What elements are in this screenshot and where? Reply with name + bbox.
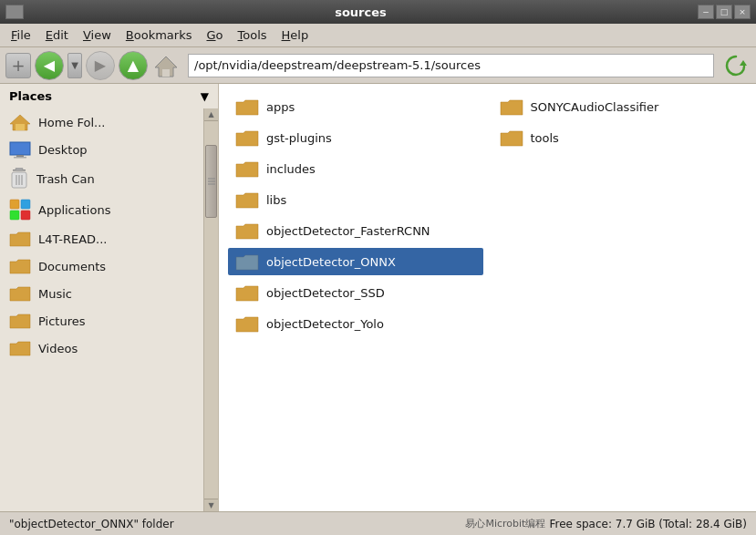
folder-icon-fasterrcnn xyxy=(235,221,259,241)
grid-spacer-2 xyxy=(492,186,748,213)
sidebar-item-trash[interactable]: Trash Can xyxy=(0,163,203,194)
sidebar-label-music: Music xyxy=(38,287,72,301)
file-item-ssd[interactable]: objectDetector_SSD xyxy=(228,279,483,306)
home-button[interactable] xyxy=(151,51,181,80)
grid-spacer-1 xyxy=(492,155,748,182)
status-right: 易心Microbit编程 Free space: 7.7 GiB (Total:… xyxy=(465,517,747,530)
menu-view[interactable]: View xyxy=(76,26,119,45)
sidebar-label-home: Home Fol... xyxy=(38,116,106,129)
minimize-button[interactable]: − xyxy=(698,5,714,19)
grid-spacer-4 xyxy=(492,248,748,275)
forward-button[interactable]: ▶ xyxy=(86,51,115,80)
menu-bookmarks[interactable]: Bookmarks xyxy=(119,26,200,45)
folder-icon-yolo xyxy=(235,314,259,334)
sidebar-item-music[interactable]: Music xyxy=(0,280,203,307)
file-item-tools[interactable]: tools xyxy=(492,124,748,151)
sidebar-label-l4t: L4T-READ... xyxy=(38,232,108,246)
address-bar[interactable]: /opt/nvidia/deepstream/deepstream-5.1/so… xyxy=(188,54,714,77)
svg-rect-6 xyxy=(16,155,24,157)
file-item-fasterrcnn[interactable]: objectDetector_FasterRCNN xyxy=(228,217,483,244)
file-label-libs: libs xyxy=(266,193,286,207)
maximize-button[interactable]: □ xyxy=(716,5,732,19)
sidebar-collapse-icon[interactable]: ▼ xyxy=(201,90,209,103)
sidebar-items: Home Fol... Desktop xyxy=(0,108,203,511)
sidebar-item-videos[interactable]: Videos xyxy=(0,334,203,362)
status-bar: "objectDetector_ONNX" folder 易心Microbit编… xyxy=(0,511,756,535)
svg-marker-2 xyxy=(740,60,747,66)
file-label-onnx: objectDetector_ONNX xyxy=(266,255,396,269)
add-button[interactable]: + xyxy=(5,53,31,78)
sidebar-title: Places xyxy=(9,89,52,103)
svg-rect-7 xyxy=(14,157,26,159)
menu-help[interactable]: Help xyxy=(274,26,316,45)
up-button[interactable]: ▲ xyxy=(119,51,148,80)
menu-go[interactable]: Go xyxy=(199,26,230,45)
sidebar: Places ▼ Home Fol... xyxy=(0,84,219,511)
sidebar-label-videos: Videos xyxy=(38,342,78,355)
back-button[interactable]: ◀ xyxy=(35,51,64,80)
reload-button[interactable] xyxy=(721,51,751,80)
file-item-gstplugins[interactable]: gst-plugins xyxy=(228,124,483,151)
folder-icon-ssd xyxy=(235,283,259,303)
sidebar-item-pictures[interactable]: Pictures xyxy=(0,307,203,334)
file-label-apps: apps xyxy=(266,100,295,114)
sidebar-item-applications[interactable]: Applications xyxy=(0,194,203,225)
close-button[interactable]: × xyxy=(734,5,751,19)
scrollbar-thumb[interactable] xyxy=(205,145,217,218)
svg-rect-1 xyxy=(162,69,170,77)
sidebar-item-home[interactable]: Home Fol... xyxy=(0,108,203,136)
toolbar: + ◀ ▼ ▶ ▲ /opt/nvidia/deepstream/deepstr… xyxy=(0,47,756,84)
file-label-sonycaudio: SONYCAudioClassifier xyxy=(531,100,659,114)
folder-icon-apps xyxy=(235,97,259,117)
menu-tools[interactable]: Tools xyxy=(231,26,274,45)
menu-file[interactable]: File xyxy=(4,26,38,45)
file-item-yolo[interactable]: objectDetector_Yolo xyxy=(228,310,483,337)
sidebar-item-l4t[interactable]: L4T-READ... xyxy=(0,225,203,252)
main-area: Places ▼ Home Fol... xyxy=(0,84,756,511)
desktop-icon xyxy=(9,140,31,159)
sidebar-label-desktop: Desktop xyxy=(38,143,88,157)
file-item-sonycaudio[interactable]: SONYCAudioClassifier xyxy=(492,93,748,120)
title-bar-icon xyxy=(5,5,24,19)
menu-edit[interactable]: Edit xyxy=(38,26,76,45)
pictures-folder-icon xyxy=(9,312,31,330)
videos-folder-icon xyxy=(9,339,31,357)
sidebar-item-desktop[interactable]: Desktop xyxy=(0,136,203,163)
trash-icon xyxy=(9,168,29,190)
back-dropdown[interactable]: ▼ xyxy=(67,53,82,78)
documents-folder-icon xyxy=(9,257,31,275)
folder-icon-onnx xyxy=(235,252,259,272)
file-label-yolo: objectDetector_Yolo xyxy=(266,317,384,331)
status-left: "objectDetector_ONNX" folder xyxy=(9,518,174,530)
svg-rect-5 xyxy=(10,142,30,155)
svg-rect-9 xyxy=(16,168,23,170)
folder-icon-libs xyxy=(235,190,259,210)
sidebar-scroll: Home Fol... Desktop xyxy=(0,108,218,511)
title-bar-buttons: − □ × xyxy=(698,5,751,19)
sidebar-label-pictures: Pictures xyxy=(38,314,85,328)
sidebar-label-documents: Documents xyxy=(38,260,106,273)
address-text: /opt/nvidia/deepstream/deepstream-5.1/so… xyxy=(194,58,708,72)
svg-rect-16 xyxy=(10,211,19,220)
status-free-space: Free space: 7.7 GiB (Total: 28.4 GiB) xyxy=(549,518,747,530)
title-bar-title: sources xyxy=(24,5,698,19)
sidebar-label-applications: Applications xyxy=(38,203,110,217)
status-logo: 易心Microbit编程 xyxy=(465,517,545,530)
file-item-onnx[interactable]: objectDetector_ONNX xyxy=(228,248,483,275)
file-label-ssd: objectDetector_SSD xyxy=(266,286,385,300)
home-folder-icon xyxy=(9,113,31,131)
l4t-folder-icon xyxy=(9,230,31,248)
folder-icon-includes xyxy=(235,159,259,179)
sidebar-scrollbar[interactable]: ▲ ▼ xyxy=(203,108,218,511)
file-item-libs[interactable]: libs xyxy=(228,186,483,213)
file-item-includes[interactable]: includes xyxy=(228,155,483,182)
sidebar-item-documents[interactable]: Documents xyxy=(0,252,203,280)
file-item-apps[interactable]: apps xyxy=(228,93,483,120)
file-label-includes: includes xyxy=(266,162,316,176)
file-label-tools: tools xyxy=(531,131,559,145)
sidebar-label-trash: Trash Can xyxy=(36,172,95,186)
file-label-fasterrcnn: objectDetector_FasterRCNN xyxy=(266,224,430,238)
grid-spacer-5 xyxy=(492,279,748,306)
folder-icon-sonycaudio xyxy=(500,97,523,117)
applications-icon xyxy=(9,199,31,221)
